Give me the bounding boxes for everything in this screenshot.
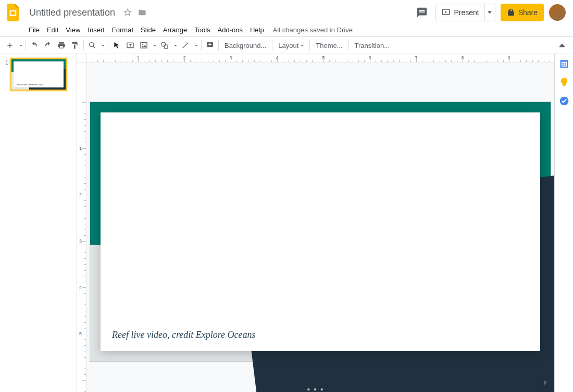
theme-button[interactable]: Theme... bbox=[312, 39, 346, 52]
line-tool[interactable] bbox=[179, 39, 192, 52]
menu-tools[interactable]: Tools bbox=[191, 24, 214, 36]
slide-caption-text[interactable]: Reef live video, credit Explore Oceans bbox=[112, 330, 256, 340]
keep-icon[interactable] bbox=[559, 77, 569, 87]
menu-view[interactable]: View bbox=[62, 24, 84, 36]
print-button[interactable] bbox=[55, 39, 68, 52]
share-label: Share bbox=[518, 8, 538, 17]
new-slide-dropdown[interactable] bbox=[17, 39, 24, 52]
menu-slide[interactable]: Slide bbox=[137, 24, 159, 36]
slide-number: 1 bbox=[3, 58, 8, 91]
slide-content-box[interactable]: Reef live video, credit Explore Oceans bbox=[101, 112, 540, 351]
ruler-horizontal[interactable]: 123456789 bbox=[86, 54, 554, 62]
textbox-tool[interactable] bbox=[123, 39, 137, 52]
redo-button[interactable] bbox=[41, 39, 55, 52]
present-options-dropdown[interactable] bbox=[484, 4, 495, 21]
calendar-icon[interactable]: 31 bbox=[559, 58, 569, 69]
comments-button[interactable] bbox=[414, 4, 430, 21]
document-title[interactable]: Untitled presentation bbox=[26, 6, 118, 19]
transition-button[interactable]: Transition... bbox=[351, 39, 394, 52]
side-panel: 31 bbox=[554, 54, 573, 392]
new-slide-button[interactable] bbox=[3, 39, 17, 52]
menu-addons[interactable]: Add-ons bbox=[214, 24, 246, 36]
present-label: Present bbox=[454, 8, 479, 17]
line-dropdown[interactable] bbox=[192, 39, 200, 52]
svg-rect-1 bbox=[11, 11, 16, 15]
collapse-toolbar-button[interactable] bbox=[555, 39, 569, 52]
layout-dropdown[interactable]: Layout bbox=[274, 39, 308, 52]
svg-point-6 bbox=[161, 42, 166, 46]
shape-dropdown[interactable] bbox=[171, 39, 179, 52]
menu-insert[interactable]: Insert bbox=[84, 24, 108, 36]
filmstrip[interactable]: 1 Reef live video, credit Explore Oceans bbox=[0, 54, 77, 392]
zoom-dropdown[interactable] bbox=[99, 39, 106, 52]
explore-chevron[interactable] bbox=[541, 378, 550, 389]
move-folder-icon[interactable] bbox=[137, 7, 147, 18]
speaker-notes-handle[interactable]: ● ● ● bbox=[307, 386, 325, 392]
slides-app-icon[interactable] bbox=[4, 3, 23, 22]
save-status[interactable]: All changes saved in Drive bbox=[273, 26, 353, 34]
svg-rect-12 bbox=[563, 85, 565, 86]
svg-point-2 bbox=[90, 43, 94, 47]
svg-text:31: 31 bbox=[562, 62, 566, 67]
shape-tool[interactable] bbox=[158, 39, 171, 52]
svg-point-5 bbox=[142, 44, 143, 45]
ruler-corner bbox=[77, 54, 86, 62]
menu-help[interactable]: Help bbox=[246, 24, 268, 36]
thumb-caption: Reef live video, credit Explore Oceans bbox=[17, 84, 43, 86]
image-tool[interactable] bbox=[137, 39, 151, 52]
svg-rect-7 bbox=[164, 45, 168, 48]
slide[interactable]: Reef live video, credit Explore Oceans bbox=[90, 102, 551, 361]
share-button[interactable]: Share bbox=[501, 4, 544, 21]
account-avatar[interactable] bbox=[549, 4, 566, 21]
toolbar: Background... Layout Theme... Transition… bbox=[0, 36, 573, 54]
select-tool[interactable] bbox=[110, 39, 123, 52]
zoom-button[interactable] bbox=[85, 39, 99, 52]
paint-format-button[interactable] bbox=[68, 39, 82, 52]
menu-file[interactable]: File bbox=[25, 24, 43, 36]
menu-arrange[interactable]: Arrange bbox=[159, 24, 191, 36]
comment-tool[interactable] bbox=[203, 39, 217, 52]
slide-canvas[interactable]: 123456789 12345 Reef live video, credit … bbox=[77, 54, 554, 392]
menu-edit[interactable]: Edit bbox=[43, 24, 62, 36]
menu-format[interactable]: Format bbox=[108, 24, 137, 36]
ruler-vertical[interactable]: 12345 bbox=[77, 62, 86, 392]
undo-button[interactable] bbox=[28, 39, 41, 52]
star-icon[interactable] bbox=[122, 7, 133, 18]
image-dropdown[interactable] bbox=[151, 39, 158, 52]
menu-bar: File Edit View Insert Format Slide Arran… bbox=[0, 23, 573, 36]
present-button[interactable]: Present bbox=[436, 8, 484, 17]
slide-thumbnail[interactable]: 1 Reef live video, credit Explore Oceans bbox=[3, 58, 73, 91]
tasks-icon[interactable] bbox=[559, 96, 569, 106]
background-button[interactable]: Background... bbox=[220, 39, 270, 52]
